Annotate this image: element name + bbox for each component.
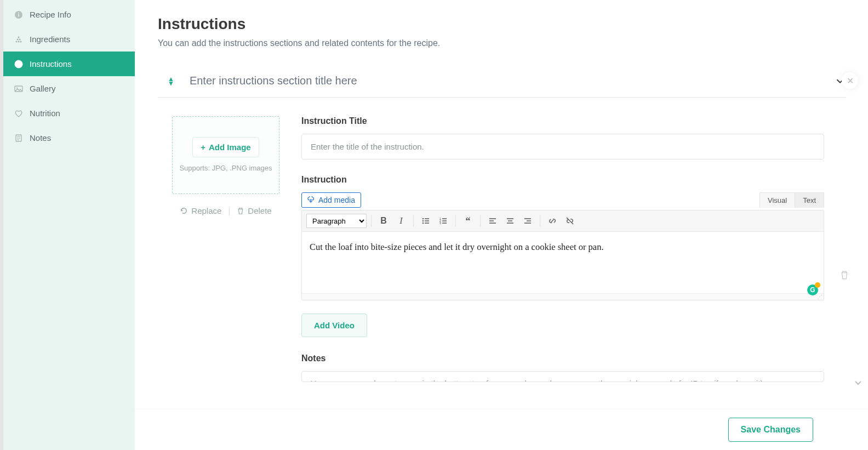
sidebar-item-label: Notes	[30, 133, 51, 143]
ingredients-icon	[14, 35, 23, 44]
bulleted-list-button[interactable]	[418, 214, 433, 228]
sidebar-item-label: Ingredients	[30, 35, 70, 44]
svg-point-11	[16, 87, 18, 88]
sidebar-item-label: Instructions	[30, 59, 72, 69]
format-select[interactable]: Paragraph	[306, 214, 367, 228]
add-image-label: Add Image	[209, 143, 251, 152]
add-video-button[interactable]: Add Video	[301, 314, 367, 337]
link-icon	[548, 217, 557, 225]
tab-visual[interactable]: Visual	[760, 192, 795, 208]
page-subtitle: You can add the instructions sections an…	[158, 38, 846, 48]
image-column: + Add Image Supports: JPG, .PNG images R…	[172, 116, 279, 382]
section-title-input[interactable]	[190, 75, 819, 87]
image-dropzone[interactable]: + Add Image Supports: JPG, .PNG images	[172, 116, 279, 194]
svg-point-2	[18, 12, 19, 13]
tab-text[interactable]: Text	[795, 192, 824, 208]
align-right-icon	[523, 217, 532, 225]
fields-column: Instruction Title Instruction Add media …	[301, 116, 824, 382]
document-icon	[14, 134, 23, 143]
editor-wrap: Add media Visual Text Paragraph B I	[301, 192, 824, 300]
svg-point-16	[422, 218, 424, 219]
editor-content[interactable]: Cut the loaf into bite-size pieces and l…	[302, 232, 824, 293]
sidebar-item-label: Recipe Info	[30, 10, 71, 19]
plus-icon: +	[201, 143, 205, 152]
caret-down-icon: ▼	[168, 81, 174, 86]
separator: |	[228, 206, 230, 215]
align-left-button[interactable]	[485, 214, 500, 228]
sidebar-item-ingredients[interactable]: Ingredients	[3, 27, 135, 52]
svg-point-17	[422, 220, 424, 221]
instruction-body: + Add Image Supports: JPG, .PNG images R…	[158, 116, 846, 382]
sidebar-item-notes[interactable]: Notes	[3, 126, 135, 150]
heart-pulse-icon	[14, 109, 23, 118]
delete-image-button[interactable]: Delete	[237, 206, 271, 215]
svg-point-18	[422, 223, 424, 224]
list-ol-icon: 123	[439, 217, 448, 225]
align-center-button[interactable]	[502, 214, 518, 228]
sidebar: Recipe Info Ingredients Instructions Gal…	[3, 0, 135, 450]
info-icon	[14, 10, 23, 19]
svg-point-8	[18, 36, 20, 38]
add-image-button[interactable]: + Add Image	[192, 137, 259, 157]
quote-icon: “	[466, 216, 471, 226]
close-button[interactable]: ✕	[842, 72, 858, 89]
replace-image-button[interactable]: Replace	[180, 206, 221, 215]
chevron-down-icon	[854, 378, 863, 387]
bold-button[interactable]: B	[376, 214, 391, 228]
footer-bar: Save Changes	[135, 409, 868, 450]
scroll-down-indicator[interactable]	[854, 378, 863, 389]
arrow-circle-icon	[14, 60, 23, 69]
main-panel: Instructions You can add the instruction…	[135, 0, 868, 409]
delete-instruction-button[interactable]	[840, 270, 849, 282]
italic-button[interactable]: I	[393, 214, 409, 228]
close-icon: ✕	[847, 76, 854, 86]
sidebar-item-instructions[interactable]: Instructions	[3, 52, 135, 76]
svg-text:3: 3	[439, 221, 441, 225]
list-ul-icon	[421, 217, 430, 225]
save-changes-button[interactable]: Save Changes	[728, 418, 813, 442]
image-actions: Replace | Delete	[172, 206, 279, 215]
svg-point-3	[16, 41, 18, 42]
instruction-label: Instruction	[301, 175, 824, 185]
svg-rect-1	[18, 14, 19, 16]
add-media-button[interactable]: Add media	[301, 192, 361, 208]
resize-handle[interactable]: ⋰	[302, 293, 824, 300]
page-title: Instructions	[158, 15, 846, 33]
notes-label: Notes	[301, 354, 824, 363]
image-icon	[14, 84, 23, 93]
sort-handle[interactable]: ▲ ▼	[168, 77, 174, 86]
rich-editor: Paragraph B I 123	[301, 210, 824, 300]
instruction-title-input[interactable]	[301, 134, 824, 160]
blockquote-button[interactable]: “	[460, 214, 476, 228]
align-right-button[interactable]	[520, 214, 535, 228]
image-hint: Supports: JPG, .PNG images	[175, 163, 276, 174]
bold-icon: B	[380, 216, 387, 226]
media-icon	[307, 196, 315, 204]
sidebar-item-gallery[interactable]: Gallery	[3, 76, 135, 101]
trash-icon	[237, 207, 244, 215]
editor-tabs: Visual Text	[760, 192, 824, 208]
sidebar-item-label: Gallery	[30, 84, 56, 93]
unlink-icon	[566, 217, 574, 225]
unlink-button[interactable]	[562, 214, 578, 228]
grammarly-icon[interactable]: G	[807, 284, 818, 295]
editor-toolbar: Paragraph B I 123	[302, 210, 824, 232]
align-center-icon	[506, 217, 515, 225]
trash-icon	[840, 270, 849, 280]
svg-point-7	[19, 38, 21, 40]
refresh-icon	[180, 207, 188, 215]
svg-point-4	[20, 41, 22, 42]
italic-icon: I	[399, 216, 402, 226]
sidebar-item-recipe-info[interactable]: Recipe Info	[3, 2, 135, 27]
numbered-list-button[interactable]: 123	[436, 214, 451, 228]
section-header: ▲ ▼	[158, 69, 846, 98]
sidebar-item-nutrition[interactable]: Nutrition	[3, 101, 135, 126]
instruction-title-label: Instruction Title	[301, 116, 824, 126]
svg-point-6	[17, 38, 19, 40]
align-left-icon	[488, 217, 497, 225]
sidebar-item-label: Nutrition	[30, 109, 60, 118]
link-button[interactable]	[545, 214, 560, 228]
notes-preview: You can use parchment paper in the botto…	[301, 371, 824, 382]
svg-point-5	[18, 41, 20, 42]
